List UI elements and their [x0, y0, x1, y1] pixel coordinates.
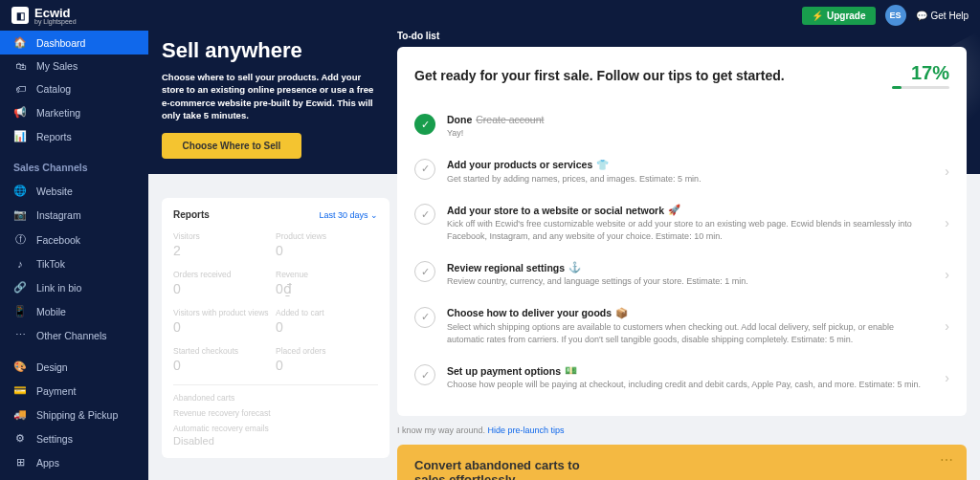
catalog-icon: 🏷 [13, 83, 27, 95]
convert-title: Convert abandoned carts to sales effortl… [414, 458, 606, 480]
todo-item-title: Review regional settings ⚓ [447, 261, 933, 273]
todo-item-3[interactable]: ✓ Review regional settings ⚓ Review coun… [414, 251, 949, 297]
chevron-right-icon: › [945, 215, 949, 230]
tiktok-icon: ♪ [13, 258, 27, 270]
instagram-icon: 📷 [13, 208, 27, 221]
todo-label: To-do list [397, 31, 967, 41]
todo-item-2[interactable]: ✓ Add your store to a website or social … [414, 194, 949, 251]
metric-started-checkouts: Started checkouts0 [173, 346, 276, 373]
link-in-bio-icon: 🔗 [13, 281, 27, 294]
nav-item-reports[interactable]: 📊Reports [0, 124, 148, 148]
reports-icon: 📊 [13, 130, 27, 142]
topbar: ◧ Ecwid by Lightspeed ⚡Upgrade ES 💬Get H… [0, 0, 980, 31]
settings-icon: ⚙ [13, 432, 27, 445]
dashboard-icon: 🏠 [13, 36, 27, 49]
logo[interactable]: ◧ Ecwid by Lightspeed [11, 6, 77, 25]
avatar[interactable]: ES [885, 5, 906, 26]
design-icon: 🎨 [13, 360, 27, 373]
todo-item-0: ✓ Done Create account Yay! [414, 104, 949, 149]
hide-tips-link[interactable]: Hide pre-launch tips [488, 425, 565, 435]
todo-panel: To-do list Get ready for your first sale… [397, 31, 967, 480]
nav-item-facebook[interactable]: ⓕFacebook [0, 227, 148, 252]
metric-visitors-with-product-views: Visitors with product views0 [173, 308, 276, 335]
content-area: Sell anywhere Choose where to sell your … [148, 31, 980, 480]
mobile-icon: 📱 [13, 305, 27, 317]
website-icon: 🌐 [13, 185, 27, 197]
nav-item-design[interactable]: 🎨Design [0, 355, 148, 379]
nav-item-mobile[interactable]: 📱Mobile [0, 299, 148, 323]
todo-item-title: Set up payment options 💵 [447, 364, 933, 377]
chevron-right-icon: › [945, 164, 949, 179]
metric-revenue: Revenue0₫ [276, 270, 378, 296]
emoji-icon: 👕 [596, 159, 609, 171]
emoji-icon: 💵 [565, 364, 577, 377]
progress-percent: 17% [892, 62, 949, 84]
reports-card: Reports Last 30 days ⌄ Visitors2Product … [162, 198, 390, 458]
nav-item-shipping-pickup[interactable]: 🚚Shipping & Pickup [0, 403, 148, 426]
metric-product-views: Product views0 [276, 231, 378, 258]
todo-item-4[interactable]: ✓ Choose how to deliver your goods 📦 Sel… [414, 297, 949, 355]
nav-item-link-in-bio[interactable]: 🔗Link in bio [0, 275, 148, 299]
nav-item-instagram[interactable]: 📷Instagram [0, 203, 148, 227]
todo-item-desc: Select which shipping options are availa… [447, 321, 933, 345]
sidebar: 🏠Dashboard🛍My Sales🏷Catalog📢Marketing📊Re… [0, 31, 148, 480]
nav-item-dashboard[interactable]: 🏠Dashboard [0, 31, 148, 55]
metric-added-to-cart: Added to cart0 [276, 308, 378, 335]
emoji-icon: 🚀 [668, 204, 680, 216]
reports-range-dropdown[interactable]: Last 30 days ⌄ [319, 210, 378, 220]
choose-where-button[interactable]: Choose Where to Sell [162, 133, 301, 159]
chevron-right-icon: › [945, 370, 949, 385]
nav-item-my-profile[interactable]: 👤My Profile [0, 474, 148, 480]
more-icon[interactable]: ⋯ [940, 452, 953, 468]
nav-header-channels: Sales Channels [0, 156, 148, 179]
circle-icon: ✓ [414, 159, 435, 180]
apps-icon: ⊞ [13, 456, 27, 469]
todo-item-title: Choose how to deliver your goods 📦 [447, 307, 933, 319]
nav-item-marketing[interactable]: 📢Marketing [0, 100, 148, 124]
todo-item-1[interactable]: ✓ Add your products or services 👕 Get st… [414, 149, 949, 195]
circle-icon: ✓ [414, 364, 435, 385]
emoji-icon: 📦 [615, 307, 628, 319]
marketing-icon: 📢 [13, 106, 27, 119]
todo-item-title: Add your store to a website or social ne… [447, 204, 933, 216]
todo-item-desc: Kick off with Ecwid's free customizable … [447, 218, 933, 242]
pre-launch-hint: I know my way around. Hide pre-launch ti… [397, 425, 967, 435]
metric-orders-received: Orders received0 [173, 270, 276, 296]
brand-sub: by Lightspeed [34, 18, 77, 25]
facebook-icon: ⓕ [13, 232, 27, 247]
metric-placed-orders: Placed orders0 [276, 346, 378, 373]
nav-item-catalog[interactable]: 🏷Catalog [0, 77, 148, 100]
upgrade-button[interactable]: ⚡Upgrade [802, 7, 876, 25]
todo-title: Get ready for your first sale. Follow ou… [414, 68, 785, 83]
chat-icon: 💬 [916, 11, 927, 21]
recovery-forecast-label: Revenue recovery forecast [173, 408, 378, 418]
auto-recovery-label: Automatic recovery emails [173, 424, 269, 433]
circle-icon: ✓ [414, 307, 435, 328]
lightning-icon: ⚡ [812, 11, 823, 21]
check-icon: ✓ [414, 114, 435, 135]
logo-icon: ◧ [11, 7, 29, 24]
convert-card[interactable]: Convert abandoned carts to sales effortl… [397, 445, 967, 480]
nav-item-website[interactable]: 🌐Website [0, 179, 148, 203]
auto-recovery-value: Disabled [173, 435, 378, 447]
todo-item-title: Done Create account [447, 114, 949, 125]
my-sales-icon: 🛍 [13, 60, 27, 72]
help-button[interactable]: 💬Get Help [916, 11, 969, 21]
nav-item-apps[interactable]: ⊞Apps [0, 450, 148, 474]
todo-item-desc: Get started by adding names, prices, and… [447, 173, 933, 185]
todo-item-desc: Review country, currency, and language s… [447, 275, 933, 288]
nav-item-settings[interactable]: ⚙Settings [0, 426, 148, 450]
todo-item-5[interactable]: ✓ Set up payment options 💵 Choose how pe… [414, 355, 949, 401]
chevron-right-icon: › [945, 267, 949, 282]
todo-item-desc: Choose how people will be paying at chec… [447, 379, 933, 391]
nav-item-tiktok[interactable]: ♪TikTok [0, 252, 148, 275]
reports-title: Reports [173, 209, 210, 220]
nav-item-payment[interactable]: 💳Payment [0, 379, 148, 403]
chevron-right-icon: › [945, 318, 949, 334]
circle-icon: ✓ [414, 261, 435, 282]
nav-item-my-sales[interactable]: 🛍My Sales [0, 55, 148, 77]
hero-desc: Choose where to sell your products. Add … [162, 71, 374, 121]
circle-icon: ✓ [414, 204, 435, 225]
todo-item-desc: Yay! [447, 127, 949, 140]
nav-item-other-channels[interactable]: ⋯Other Channels [0, 323, 148, 347]
